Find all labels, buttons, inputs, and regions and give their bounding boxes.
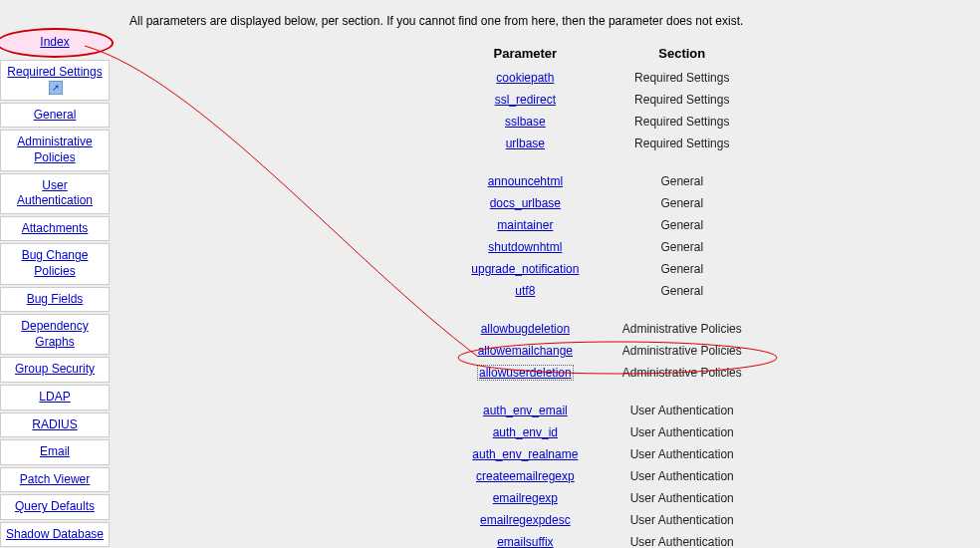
param-link[interactable]: auth_env_id: [493, 425, 558, 439]
table-row: docs_urlbaseGeneral: [448, 192, 762, 214]
sidebar-item-ldap[interactable]: LDAP: [0, 385, 110, 411]
section-header: Section: [603, 44, 762, 67]
sidebar-item-required-settings[interactable]: Required Settings↗: [0, 60, 110, 101]
section-cell: General: [603, 280, 762, 302]
table-row: emailregexpUser Authentication: [448, 487, 762, 509]
section-cell: User Authentication: [603, 421, 762, 443]
section-cell: User Authentication: [603, 531, 762, 548]
table-row: auth_env_realnameUser Authentication: [448, 443, 762, 465]
param-link[interactable]: announcehtml: [488, 174, 563, 188]
sidebar-item-bug-fields[interactable]: Bug Fields: [0, 287, 110, 313]
param-link[interactable]: upgrade_notification: [471, 262, 579, 276]
table-row: maintainerGeneral: [448, 214, 762, 236]
table-row: auth_env_idUser Authentication: [448, 421, 762, 443]
param-link[interactable]: docs_urlbase: [490, 196, 561, 210]
sidebar: Index Required Settings↗ General Adminis…: [0, 0, 110, 548]
param-link[interactable]: emailregexpdesc: [480, 513, 571, 527]
section-cell: Required Settings: [603, 67, 762, 89]
section-cell: General: [603, 236, 762, 258]
main-content: All parameters are displayed below, per …: [129, 0, 980, 548]
table-row: ssl_redirectRequired Settings: [448, 89, 762, 111]
sidebar-item-label: Required Settings: [7, 65, 102, 79]
param-link[interactable]: createemailregexp: [476, 469, 575, 483]
param-link-allowuserdeletion[interactable]: allowuserdeletion: [477, 365, 574, 381]
section-cell: Administrative Policies: [603, 340, 762, 362]
parameter-header: Parameter: [448, 44, 603, 67]
table-row: announcehtmlGeneral: [448, 154, 762, 192]
sidebar-item-radius[interactable]: RADIUS: [0, 412, 110, 438]
table-row: emailregexpdescUser Authentication: [448, 509, 762, 531]
section-cell: User Authentication: [603, 465, 762, 487]
sidebar-item-bug-change-policies[interactable]: Bug Change Policies: [0, 243, 110, 284]
sidebar-item-group-security[interactable]: Group Security: [0, 357, 110, 383]
param-link[interactable]: allowemailchange: [478, 344, 573, 358]
section-cell: User Authentication: [603, 443, 762, 465]
sidebar-item-index[interactable]: Index: [0, 28, 114, 58]
section-cell: User Authentication: [603, 384, 762, 421]
table-row: allowemailchangeAdministrative Policies: [448, 340, 762, 362]
section-cell: Required Settings: [603, 111, 762, 133]
section-cell: Required Settings: [603, 133, 762, 154]
section-cell: General: [603, 192, 762, 214]
table-row: utf8General: [448, 280, 762, 302]
table-header-row: Parameter Section: [448, 44, 762, 67]
sidebar-item-dependency-graphs[interactable]: Dependency Graphs: [0, 314, 110, 355]
param-link[interactable]: emailregexp: [493, 491, 558, 505]
param-link[interactable]: cookiepath: [496, 71, 554, 85]
sidebar-item-user-authentication[interactable]: User Authentication: [0, 173, 110, 214]
section-cell: Administrative Policies: [603, 362, 762, 384]
section-cell: General: [603, 258, 762, 280]
table-row: auth_env_emailUser Authentication: [448, 384, 762, 421]
param-link[interactable]: emailsuffix: [497, 535, 553, 548]
param-link[interactable]: sslbase: [505, 115, 546, 129]
table-row: allowuserdeletionAdministrative Policies: [448, 362, 762, 384]
table-row: upgrade_notificationGeneral: [448, 258, 762, 280]
param-link[interactable]: shutdownhtml: [488, 240, 562, 254]
table-row: shutdownhtmlGeneral: [448, 236, 762, 258]
sidebar-item-attachments[interactable]: Attachments: [0, 216, 110, 242]
section-cell: Administrative Policies: [603, 302, 762, 340]
section-cell: General: [603, 154, 762, 192]
param-link[interactable]: utf8: [515, 284, 535, 298]
table-row: sslbaseRequired Settings: [448, 111, 762, 133]
table-row: emailsuffixUser Authentication: [448, 531, 762, 548]
param-link[interactable]: auth_env_email: [483, 404, 568, 417]
param-link[interactable]: auth_env_realname: [472, 447, 578, 461]
external-link-icon: ↗: [49, 81, 63, 95]
table-row: urlbaseRequired Settings: [448, 133, 762, 154]
section-cell: Required Settings: [603, 89, 762, 111]
section-cell: User Authentication: [603, 509, 762, 531]
sidebar-item-shadow-database[interactable]: Shadow Database: [0, 522, 110, 548]
sidebar-item-administrative-policies[interactable]: Administrative Policies: [0, 130, 110, 170]
section-cell: User Authentication: [603, 487, 762, 509]
param-link[interactable]: urlbase: [506, 137, 545, 150]
table-row: cookiepathRequired Settings: [448, 67, 762, 89]
sidebar-item-email[interactable]: Email: [0, 439, 110, 465]
section-cell: General: [603, 214, 762, 236]
intro-text: All parameters are displayed below, per …: [129, 14, 980, 28]
sidebar-item-query-defaults[interactable]: Query Defaults: [0, 494, 110, 520]
sidebar-item-general[interactable]: General: [0, 103, 110, 129]
param-link[interactable]: maintainer: [497, 218, 553, 232]
param-link[interactable]: ssl_redirect: [495, 93, 556, 107]
sidebar-item-patch-viewer[interactable]: Patch Viewer: [0, 467, 110, 493]
table-row: allowbugdeletionAdministrative Policies: [448, 302, 762, 340]
table-row: createemailregexpUser Authentication: [448, 465, 762, 487]
parameters-table: Parameter Section cookiepathRequired Set…: [448, 44, 762, 548]
param-link[interactable]: allowbugdeletion: [481, 322, 570, 336]
